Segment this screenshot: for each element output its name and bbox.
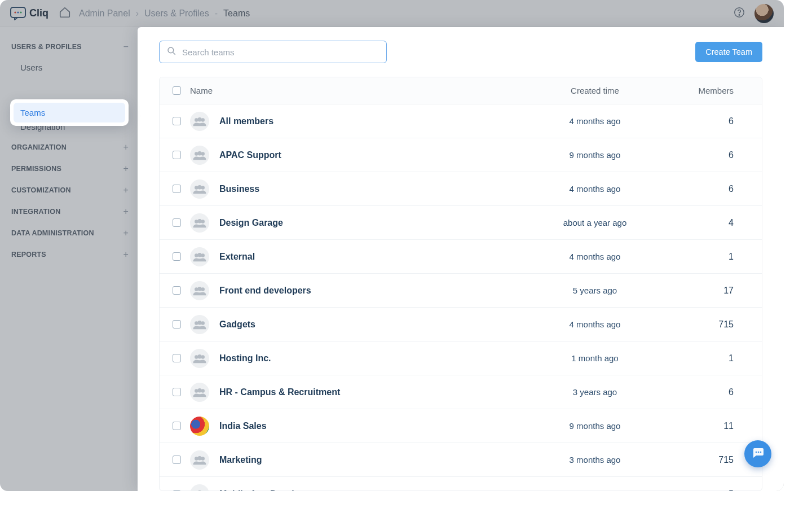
sidebar-section-users-profiles[interactable]: Users & Profiles − <box>8 36 132 58</box>
team-created-time: 9 months ago <box>533 421 657 431</box>
team-name: Hosting Inc. <box>219 353 271 364</box>
svg-line-7 <box>173 52 175 55</box>
table-row[interactable]: Business4 months ago6 <box>160 172 762 206</box>
row-checkbox[interactable] <box>173 151 181 159</box>
row-checkbox[interactable] <box>173 490 181 492</box>
row-checkbox[interactable] <box>173 320 181 329</box>
team-name: Marketing <box>219 455 262 465</box>
expand-icon: + <box>123 228 129 238</box>
breadcrumb-item[interactable]: Admin Panel <box>79 8 130 19</box>
team-created-time: 4 months ago <box>533 319 657 329</box>
chat-fab[interactable] <box>744 440 771 467</box>
team-created-time: 3 years ago <box>533 387 657 397</box>
breadcrumb-item[interactable]: Users & Profiles <box>144 8 209 19</box>
svg-point-46 <box>760 452 762 453</box>
table-row[interactable]: India Sales9 months ago11 <box>160 409 762 443</box>
home-icon[interactable] <box>56 6 71 21</box>
help-icon[interactable] <box>733 6 745 21</box>
sidebar-section-data-administration[interactable]: Data Administration + <box>8 222 132 244</box>
team-avatar-icon <box>190 247 209 266</box>
team-name: Business <box>219 184 259 194</box>
breadcrumb-separator: - <box>215 8 218 19</box>
team-created-time: 3 months ago <box>533 455 657 465</box>
team-name: All members <box>219 116 273 126</box>
team-created-time: 4 months ago <box>533 116 657 126</box>
row-checkbox[interactable] <box>173 354 181 362</box>
team-name: APAC Support <box>219 150 281 160</box>
column-members[interactable]: Members <box>657 86 753 95</box>
svg-point-6 <box>168 47 174 53</box>
teams-table: Name Created time Members All members4 m… <box>159 77 762 491</box>
row-checkbox[interactable] <box>173 456 181 464</box>
section-label: Permissions <box>11 165 61 173</box>
table-row[interactable]: Mobile App Development8 months ago5 <box>160 477 762 491</box>
svg-point-42 <box>197 490 201 491</box>
sidebar-section-permissions[interactable]: Permissions + <box>8 158 132 179</box>
table-row[interactable]: Design Garageabout a year ago4 <box>160 206 762 240</box>
team-name: External <box>219 252 255 262</box>
table-row[interactable]: Marketing3 months ago715 <box>160 443 762 477</box>
section-label: Users & Profiles <box>11 43 82 51</box>
sidebar-section-reports[interactable]: Reports + <box>8 244 132 265</box>
row-checkbox[interactable] <box>173 117 181 125</box>
row-checkbox[interactable] <box>173 422 181 430</box>
team-members-count: 6 <box>657 184 753 194</box>
table-row[interactable]: Hosting Inc.1 month ago1 <box>160 341 762 375</box>
table-row[interactable]: External4 months ago1 <box>160 240 762 274</box>
svg-point-41 <box>195 491 198 491</box>
svg-point-3 <box>20 11 21 13</box>
team-avatar-icon <box>190 417 209 436</box>
svg-point-40 <box>201 457 205 461</box>
team-created-time: 4 months ago <box>533 184 657 194</box>
search-input[interactable] <box>182 47 379 57</box>
team-name: Mobile App Development <box>219 489 327 491</box>
table-row[interactable]: APAC Support9 months ago6 <box>160 138 762 172</box>
svg-point-31 <box>201 355 205 359</box>
row-checkbox[interactable] <box>173 388 181 396</box>
team-members-count: 1 <box>657 353 753 364</box>
svg-point-43 <box>201 491 205 491</box>
sidebar-section-customization[interactable]: Customization + <box>8 179 132 201</box>
svg-point-44 <box>756 452 757 453</box>
expand-icon: + <box>123 185 129 195</box>
sidebar-item-users[interactable]: Users <box>14 58 132 77</box>
user-avatar[interactable] <box>754 4 774 23</box>
create-team-button[interactable]: Create Team <box>695 42 762 62</box>
team-members-count: 4 <box>657 218 753 228</box>
team-name: Gadgets <box>219 319 255 330</box>
table-row[interactable]: HR - Campus & Recruitment3 years ago6 <box>160 375 762 409</box>
svg-point-22 <box>201 253 205 257</box>
row-checkbox[interactable] <box>173 218 181 227</box>
table-row[interactable]: Gadgets4 months ago715 <box>160 308 762 341</box>
expand-icon: + <box>123 164 129 174</box>
table-header: Name Created time Members <box>160 77 762 104</box>
column-created[interactable]: Created time <box>533 86 657 95</box>
sidebar-section-organization[interactable]: Organization + <box>8 137 132 158</box>
svg-point-19 <box>201 220 205 224</box>
column-name[interactable]: Name <box>190 86 533 95</box>
cliq-logo-icon <box>10 7 26 20</box>
table-row[interactable]: All members4 months ago6 <box>160 104 762 138</box>
row-checkbox[interactable] <box>173 185 181 193</box>
select-all-checkbox[interactable] <box>173 86 181 95</box>
sidebar-section-integration[interactable]: Integration + <box>8 201 132 222</box>
team-avatar-icon <box>190 146 209 165</box>
row-checkbox[interactable] <box>173 286 181 295</box>
team-created-time: about a year ago <box>533 218 657 227</box>
team-members-count: 6 <box>657 150 753 160</box>
table-row[interactable]: Front end developers5 years ago17 <box>160 274 762 308</box>
search-input-wrapper[interactable] <box>159 41 387 63</box>
team-members-count: 17 <box>657 286 753 296</box>
section-label: Organization <box>11 143 67 151</box>
svg-point-25 <box>201 287 205 291</box>
row-checkbox[interactable] <box>173 252 181 261</box>
team-avatar-icon <box>190 383 209 402</box>
collapse-icon: − <box>123 42 129 52</box>
team-avatar-icon <box>190 349 209 368</box>
team-avatar-icon <box>190 450 209 470</box>
sidebar-item-teams[interactable]: Teams <box>14 103 125 122</box>
expand-icon: + <box>123 142 129 152</box>
team-created-time: 8 months ago <box>533 489 657 492</box>
section-label: Customization <box>11 186 71 194</box>
chat-icon <box>751 446 765 462</box>
